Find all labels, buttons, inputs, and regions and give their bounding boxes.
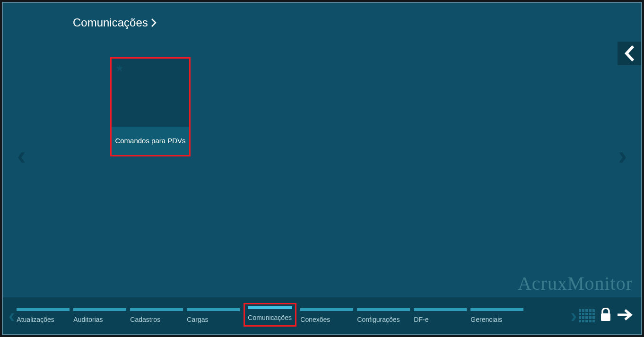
tabs-scroll-right[interactable]: › [569, 305, 579, 327]
tab-gerenciais[interactable]: Gerenciais [470, 308, 523, 323]
breadcrumb-title: Comunicações [73, 16, 148, 29]
tab-dfe[interactable]: DF-e [414, 308, 467, 323]
apps-grid-icon[interactable] [579, 309, 595, 322]
carousel-next-button[interactable]: › [618, 140, 627, 171]
tab-atualizacoes[interactable]: Atualizações [17, 308, 70, 323]
svg-rect-0 [601, 313, 610, 321]
tab-conexoes[interactable]: Conexões [300, 308, 353, 323]
carousel-prev-button[interactable]: ‹ [17, 140, 26, 171]
tabs-container: AtualizaçõesAuditoriasCadastrosCargasCom… [17, 305, 568, 327]
app-frame: Comunicações ‹ › ★ Comandos para PDVs Ac… [2, 2, 642, 335]
tab-label: DF-e [414, 316, 467, 323]
tile-label: Comandos para PDVs [112, 127, 189, 155]
bottom-nav-bar: ‹ AtualizaçõesAuditoriasCadastrosCargasC… [3, 297, 641, 334]
tab-configuracoes[interactable]: Configurações [357, 308, 410, 323]
tab-indicator [470, 308, 523, 311]
tab-label: Conexões [300, 316, 353, 323]
tab-label: Comunicações [248, 314, 292, 321]
tile-image-area: ★ [112, 59, 189, 127]
tab-indicator [248, 306, 292, 309]
tab-indicator [73, 308, 126, 311]
tab-label: Auditorias [73, 316, 126, 323]
right-icon-group [579, 308, 637, 324]
breadcrumb[interactable]: Comunicações [73, 16, 157, 29]
tab-indicator [130, 308, 183, 311]
tab-indicator [17, 308, 70, 311]
collapse-panel-button[interactable] [618, 42, 641, 65]
main-panel: Comunicações ‹ › ★ Comandos para PDVs Ac… [3, 3, 641, 297]
tab-label: Cadastros [130, 316, 183, 323]
tab-indicator [300, 308, 353, 311]
tab-label: Gerenciais [470, 316, 523, 323]
tab-indicator [187, 308, 240, 311]
tab-cadastros[interactable]: Cadastros [130, 308, 183, 323]
tab-cargas[interactable]: Cargas [187, 308, 240, 323]
tab-indicator [357, 308, 410, 311]
watermark-logo: AcruxMonitor [518, 272, 633, 294]
chevron-left-bold-icon [624, 45, 635, 61]
tile-comandos-pdvs[interactable]: ★ Comandos para PDVs [110, 57, 191, 156]
star-icon: ★ [115, 62, 124, 74]
tab-indicator [414, 308, 467, 311]
tab-auditorias[interactable]: Auditorias [73, 308, 126, 323]
tab-label: Cargas [187, 316, 240, 323]
tab-label: Atualizações [17, 316, 70, 323]
tab-comunicacoes[interactable]: Comunicações [244, 303, 296, 327]
chevron-right-icon [151, 18, 157, 27]
tabs-scroll-left[interactable]: ‹ [7, 305, 17, 327]
lock-icon[interactable] [600, 308, 612, 324]
tab-label: Configurações [357, 316, 410, 323]
forward-arrow-icon[interactable] [617, 308, 634, 323]
